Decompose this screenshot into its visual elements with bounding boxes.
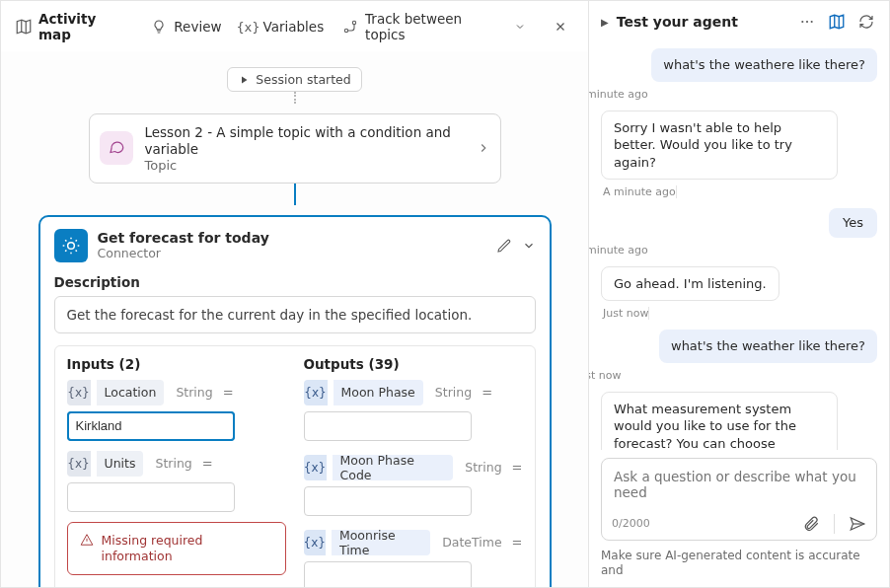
char-counter: 0/2000 bbox=[612, 517, 650, 530]
topic-subtitle: Topic bbox=[145, 158, 465, 173]
flow-canvas[interactable]: Session started Lesson 2 - A simple topi… bbox=[1, 51, 588, 587]
equals-sign: = bbox=[512, 535, 523, 550]
play-icon bbox=[238, 74, 250, 86]
variable-type: String bbox=[155, 456, 191, 471]
variable-chip[interactable]: {x} Moon Phase bbox=[304, 380, 423, 405]
outputs-heading: Outputs (39) bbox=[304, 356, 523, 372]
warning-icon bbox=[80, 533, 94, 565]
variable-x-icon: {x} bbox=[304, 380, 328, 405]
message-composer: 0/2000 bbox=[601, 458, 877, 541]
caret-right-icon[interactable]: ▶ bbox=[601, 17, 609, 28]
node-titles: Get forecast for today Connector bbox=[98, 230, 269, 260]
equals-sign: = bbox=[223, 385, 234, 400]
input-units-value[interactable] bbox=[67, 482, 235, 512]
test-agent-panel: ▶ Test your agent what's the weathere li… bbox=[589, 1, 889, 587]
activity-pane: Activity map Review {x} Variables Track … bbox=[1, 1, 589, 587]
attach-icon[interactable] bbox=[802, 515, 820, 533]
close-icon bbox=[554, 20, 567, 34]
session-label: Session started bbox=[256, 72, 350, 87]
variable-x-icon: {x} bbox=[304, 530, 326, 555]
description-label: Description bbox=[54, 274, 536, 290]
missing-required-error: Missing required information bbox=[67, 522, 286, 576]
outputs-column: Outputs (39) {x} Moon Phase String = bbox=[304, 356, 523, 587]
chat-transcript[interactable]: what's the weathere like there? A minute… bbox=[589, 40, 889, 450]
timestamp: A minute ago bbox=[589, 244, 875, 257]
tab-activity-map[interactable]: Activity map bbox=[15, 11, 132, 42]
inputs-column: Inputs (2) {x} Location String = bbox=[67, 356, 286, 587]
variable-type: String bbox=[465, 460, 501, 475]
output-row: {x} Moon Phase String = bbox=[304, 380, 523, 441]
topic-card[interactable]: Lesson 2 - A simple topic with a conditi… bbox=[89, 113, 501, 184]
variable-x-icon: {x} bbox=[67, 380, 91, 405]
variable-type: String bbox=[435, 385, 472, 400]
message-user: Yes bbox=[829, 208, 877, 238]
chevron-right-icon bbox=[477, 141, 490, 155]
map-icon bbox=[15, 18, 33, 36]
output-value[interactable] bbox=[304, 486, 472, 516]
chevron-down-icon bbox=[511, 18, 529, 36]
tab-track-between-topics[interactable]: Track between topics bbox=[341, 11, 529, 42]
variable-chip[interactable]: {x} Units bbox=[67, 451, 144, 477]
message-input[interactable] bbox=[612, 467, 866, 506]
map-color-icon[interactable] bbox=[826, 11, 848, 33]
output-row: {x} Moon Phase Code String = bbox=[304, 455, 523, 516]
variable-braces-icon: {x} bbox=[239, 18, 257, 36]
variable-name: Moonrise Time bbox=[332, 530, 430, 555]
forecast-connector-node[interactable]: Get forecast for today Connector Descrip… bbox=[38, 215, 552, 587]
tab-review[interactable]: Review bbox=[150, 18, 221, 36]
message-user: what's the weather like there? bbox=[659, 330, 877, 363]
connector-line bbox=[294, 184, 296, 205]
lightbulb-icon bbox=[150, 18, 168, 36]
node-tools bbox=[496, 238, 536, 254]
send-icon[interactable] bbox=[849, 515, 866, 533]
output-value[interactable] bbox=[304, 411, 472, 441]
variable-chip[interactable]: {x} Moon Phase Code bbox=[304, 455, 454, 480]
message-bot: What measurement system would you like t… bbox=[601, 392, 838, 450]
sun-icon bbox=[54, 229, 88, 262]
flow-inner: Session started Lesson 2 - A simple topi… bbox=[1, 51, 588, 587]
activity-toolbar: Activity map Review {x} Variables Track … bbox=[1, 1, 588, 51]
variable-type: String bbox=[176, 385, 212, 400]
equals-sign: = bbox=[512, 460, 523, 475]
close-button[interactable] bbox=[547, 13, 574, 40]
chat-topic-icon bbox=[100, 131, 133, 165]
variable-name: Units bbox=[97, 451, 144, 477]
message-bot: Sorry I wasn't able to help better. Woul… bbox=[601, 110, 838, 181]
variable-x-icon: {x} bbox=[304, 455, 327, 480]
timestamp: A minute ago bbox=[589, 88, 875, 101]
tab-label: Review bbox=[174, 19, 221, 35]
variable-name: Moon Phase Code bbox=[333, 455, 454, 480]
equals-sign: = bbox=[202, 456, 213, 471]
variable-x-icon: {x} bbox=[67, 451, 91, 477]
output-value[interactable] bbox=[304, 561, 472, 587]
input-location-value[interactable] bbox=[67, 411, 235, 441]
timestamp: Just now bbox=[603, 307, 649, 320]
node-title: Get forecast for today bbox=[98, 230, 269, 246]
svg-point-5 bbox=[811, 21, 813, 23]
chevron-down-icon[interactable] bbox=[522, 239, 536, 253]
divider bbox=[834, 514, 835, 534]
test-panel-header: ▶ Test your agent bbox=[589, 1, 889, 40]
node-header: Get forecast for today Connector bbox=[54, 229, 536, 262]
topic-text: Lesson 2 - A simple topic with a conditi… bbox=[145, 124, 465, 173]
variable-type: DateTime bbox=[442, 535, 501, 550]
timestamp: Just now bbox=[589, 369, 875, 382]
variable-name: Location bbox=[97, 380, 165, 405]
svg-point-1 bbox=[352, 21, 355, 24]
session-started-pill[interactable]: Session started bbox=[227, 67, 361, 92]
refresh-icon[interactable] bbox=[855, 11, 877, 33]
variable-chip[interactable]: {x} Moonrise Time bbox=[304, 530, 431, 555]
app-root: Activity map Review {x} Variables Track … bbox=[0, 0, 890, 588]
output-row: {x} Moonrise Time DateTime = bbox=[304, 530, 523, 587]
test-panel-title: Test your agent bbox=[617, 14, 788, 30]
variable-name: Moon Phase bbox=[334, 380, 423, 405]
more-icon[interactable] bbox=[796, 11, 818, 33]
node-subtitle: Connector bbox=[98, 246, 269, 260]
svg-point-0 bbox=[344, 29, 347, 32]
inputs-heading: Inputs (2) bbox=[67, 356, 286, 372]
tab-variables[interactable]: {x} Variables bbox=[239, 18, 324, 36]
variable-chip[interactable]: {x} Location bbox=[67, 380, 165, 405]
tab-label: Variables bbox=[262, 19, 324, 35]
message-bot: Go ahead. I'm listening. bbox=[601, 266, 779, 302]
edit-icon[interactable] bbox=[496, 238, 512, 254]
